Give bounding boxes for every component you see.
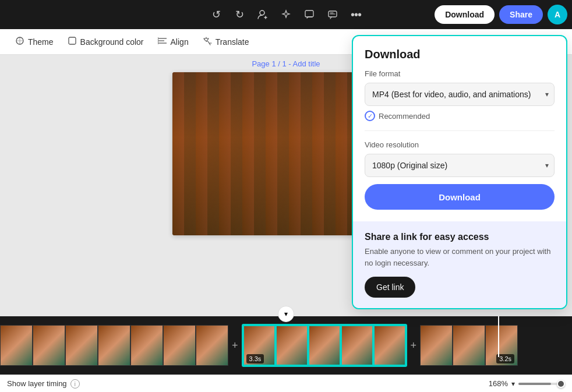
- page-label: Page 1 / 1 - Add title: [252, 59, 320, 68]
- divider: [365, 130, 555, 131]
- info-icon[interactable]: i: [70, 379, 80, 389]
- add-segment-1-button[interactable]: +: [228, 340, 242, 352]
- svg-rect-37: [235, 116, 243, 143]
- svg-rect-33: [193, 118, 202, 143]
- second-segment: 3.2s: [420, 325, 518, 366]
- recommended-badge: ✓ Recommended: [365, 111, 555, 121]
- timeline-thumb-9[interactable]: [276, 325, 308, 366]
- add-title[interactable]: - Add title: [288, 59, 320, 68]
- video-resolution-wrapper: 1080p (Original size) 720p 480p 360p ▾: [365, 154, 555, 177]
- timeline-strip: + 3.3s + 3.2s: [0, 322, 572, 369]
- top-toolbar: ↺ ↻ ••• Download Share A: [0, 0, 572, 29]
- timeline-thumb-11[interactable]: [341, 325, 373, 366]
- timeline-thumb-6[interactable]: [163, 325, 196, 366]
- zoom-slider[interactable]: [518, 383, 565, 385]
- avatar: A: [548, 5, 567, 24]
- align-button[interactable]: Align: [152, 33, 195, 51]
- timeline-thumb-12[interactable]: [373, 325, 406, 366]
- add-segment-2-button[interactable]: +: [407, 340, 421, 352]
- bottom-right: 168% ▾: [489, 379, 565, 388]
- timeline-thumb-10[interactable]: [308, 325, 341, 366]
- timeline-thumb-14[interactable]: [453, 325, 485, 366]
- svg-point-46: [271, 135, 301, 170]
- undo-button[interactable]: ↺: [206, 4, 227, 25]
- comment-button[interactable]: [299, 4, 320, 25]
- svg-rect-51: [277, 197, 290, 208]
- zoom-thumb[interactable]: [557, 380, 565, 388]
- recommended-label: Recommended: [379, 112, 430, 121]
- playhead-marker: [498, 316, 499, 357]
- svg-rect-12: [178, 81, 189, 107]
- align-icon: [158, 36, 167, 48]
- svg-rect-19: [253, 85, 260, 107]
- share-link-description: Enable anyone to view or comment on your…: [365, 246, 555, 269]
- download-main-button[interactable]: Download: [365, 184, 555, 210]
- svg-point-0: [260, 10, 264, 15]
- svg-rect-14: [200, 78, 211, 107]
- chat-button[interactable]: [322, 4, 343, 25]
- file-format-select[interactable]: MP4 (Best for video, audio, and animatio…: [365, 83, 555, 106]
- svg-point-40: [216, 197, 356, 227]
- timeline-thumb-13[interactable]: [420, 325, 453, 366]
- svg-rect-16: [222, 79, 231, 107]
- svg-rect-18: [241, 81, 252, 107]
- file-format-label: File format: [365, 69, 555, 78]
- svg-point-42: [228, 148, 269, 200]
- svg-rect-27: [336, 84, 344, 107]
- more-options-button[interactable]: •••: [345, 4, 366, 25]
- timeline-thumb-5[interactable]: [130, 325, 163, 366]
- svg-rect-20: [261, 78, 273, 107]
- translate-label: Translate: [216, 37, 249, 47]
- translate-icon: [203, 36, 212, 48]
- redo-button[interactable]: ↻: [229, 4, 250, 25]
- svg-rect-26: [325, 81, 334, 107]
- share-button[interactable]: Share: [499, 5, 543, 24]
- zoom-level: 168%: [489, 379, 508, 388]
- zoom-fill: [518, 383, 551, 385]
- svg-rect-36: [225, 112, 234, 143]
- align-label: Align: [171, 37, 189, 47]
- background-color-button[interactable]: Background color: [62, 33, 150, 51]
- expand-arrow[interactable]: ▾: [278, 306, 294, 322]
- svg-rect-22: [284, 80, 294, 107]
- zoom-dropdown-icon[interactable]: ▾: [511, 380, 515, 388]
- svg-rect-38: [244, 114, 255, 143]
- svg-rect-52: [276, 196, 291, 199]
- timeline-thumb-2[interactable]: [33, 325, 65, 366]
- svg-rect-35: [216, 116, 224, 143]
- theme-icon: [15, 36, 24, 48]
- magic-button[interactable]: [276, 4, 296, 25]
- show-layer-timing-label[interactable]: Show layer timing: [7, 379, 67, 388]
- svg-rect-23: [295, 84, 302, 107]
- timeline-thumb-3[interactable]: [65, 325, 98, 366]
- add-collaborator-button[interactable]: [252, 4, 273, 25]
- svg-point-47: [266, 127, 294, 160]
- svg-point-43: [232, 129, 264, 167]
- svg-rect-15: [213, 83, 221, 107]
- timeline-thumb-4[interactable]: [98, 325, 130, 366]
- svg-rect-53: [295, 199, 312, 211]
- theme-button[interactable]: Theme: [9, 33, 59, 51]
- get-link-button[interactable]: Get link: [365, 277, 415, 298]
- svg-rect-24: [303, 79, 315, 107]
- translate-button[interactable]: Translate: [197, 33, 255, 51]
- svg-rect-32: [181, 114, 192, 143]
- svg-point-45: [267, 153, 305, 202]
- timeline-thumb-1[interactable]: [0, 325, 33, 366]
- svg-rect-54: [298, 197, 312, 209]
- share-link-section: Share a link for easy access Enable anyo…: [353, 221, 566, 308]
- svg-rect-4: [69, 37, 76, 44]
- selected-segment: 3.3s: [242, 324, 407, 367]
- file-format-wrapper: MP4 (Best for video, audio, and animatio…: [365, 83, 555, 106]
- download-button[interactable]: Download: [435, 5, 495, 24]
- svg-rect-34: [203, 113, 214, 143]
- timeline-thumb-7[interactable]: [196, 325, 228, 366]
- check-circle-icon: ✓: [365, 111, 375, 121]
- svg-rect-1: [305, 10, 313, 17]
- segment-duration-1: 3.3s: [246, 354, 264, 363]
- timeline-area: + 3.3s + 3.2s: [0, 316, 572, 375]
- share-link-title: Share a link for easy access: [365, 232, 555, 242]
- bottom-bar: Show layer timing i 168% ▾: [0, 375, 572, 392]
- svg-rect-17: [232, 84, 240, 107]
- video-resolution-select[interactable]: 1080p (Original size) 720p 480p 360p: [365, 154, 555, 177]
